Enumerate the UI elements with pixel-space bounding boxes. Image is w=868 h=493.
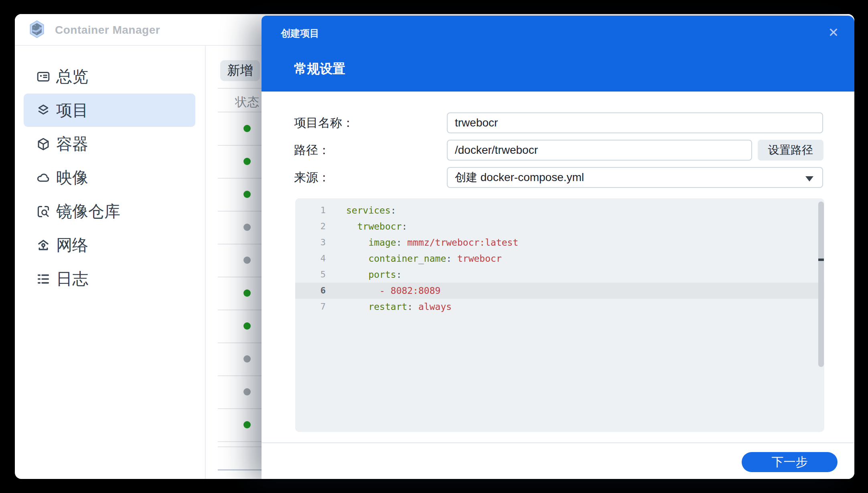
source-label: 来源： bbox=[294, 167, 330, 188]
sidebar-item-container[interactable]: 容器 bbox=[24, 127, 195, 161]
status-dot bbox=[243, 257, 251, 264]
status-dot bbox=[243, 322, 251, 330]
footer-divider bbox=[262, 442, 854, 443]
dialog-title: 创建项目 bbox=[281, 27, 319, 40]
status-dot bbox=[243, 158, 251, 165]
sidebar-item-image[interactable]: 映像 bbox=[24, 161, 195, 194]
code-line: 3 image: mmmz/trwebocr:latest bbox=[295, 234, 824, 251]
line-number: 6 bbox=[295, 283, 333, 299]
next-step-button[interactable]: 下一步 bbox=[742, 452, 838, 472]
projects-icon bbox=[36, 103, 51, 118]
path-label: 路径： bbox=[294, 140, 330, 161]
sidebar-item-label: 总览 bbox=[56, 65, 88, 88]
network-icon bbox=[36, 238, 51, 253]
status-dot bbox=[243, 191, 251, 198]
container-icon bbox=[36, 137, 51, 151]
line-number: 2 bbox=[295, 218, 333, 234]
line-number: 5 bbox=[295, 267, 333, 283]
source-dropdown[interactable]: 创建 docker-compose.yml bbox=[447, 167, 823, 188]
compose-code-editor[interactable]: 1services:2 trwebocr:3 image: mmmz/trweb… bbox=[295, 198, 824, 432]
status-dot bbox=[243, 388, 251, 395]
source-dropdown-value: 创建 docker-compose.yml bbox=[455, 170, 584, 185]
log-icon bbox=[36, 272, 51, 286]
sidebar-item-log[interactable]: 日志 bbox=[24, 262, 195, 295]
image-icon bbox=[36, 171, 51, 185]
line-number: 7 bbox=[295, 299, 333, 315]
screen: Container Manager 总览 项目 bbox=[0, 0, 868, 493]
sidebar-divider bbox=[205, 45, 206, 479]
project-name-field[interactable] bbox=[447, 112, 823, 133]
status-dot bbox=[243, 289, 251, 297]
registry-icon bbox=[36, 204, 51, 219]
sidebar-item-label: 日志 bbox=[56, 268, 88, 290]
close-icon[interactable]: ✕ bbox=[824, 23, 843, 42]
sidebar-item-network[interactable]: 网络 bbox=[24, 228, 195, 262]
path-field[interactable] bbox=[447, 140, 752, 161]
sidebar-item-label: 镜像仓库 bbox=[56, 200, 120, 222]
section-title: 常规设置 bbox=[294, 60, 345, 78]
create-project-dialog: 创建项目 常规设置 ✕ 项目名称： 路径： 设置路径 来源： 创建 docker… bbox=[262, 16, 854, 479]
project-name-label: 项目名称： bbox=[294, 112, 354, 133]
code-lines: 1services:2 trwebocr:3 image: mmmz/trweb… bbox=[295, 202, 824, 315]
code-line: 7 restart: always bbox=[295, 299, 824, 315]
code-line: 4 container_name: trwebocr bbox=[295, 251, 824, 267]
status-dot bbox=[243, 421, 251, 428]
sidebar-item-registry[interactable]: 镜像仓库 bbox=[24, 195, 195, 228]
sidebar-item-label: 映像 bbox=[56, 167, 88, 189]
line-number: 3 bbox=[295, 234, 333, 251]
line-number: 4 bbox=[295, 251, 333, 267]
container-manager-logo-icon bbox=[28, 20, 45, 39]
line-number: 1 bbox=[295, 202, 333, 218]
dialog-header: 创建项目 常规设置 ✕ bbox=[262, 16, 854, 92]
sidebar-item-project[interactable]: 项目 bbox=[24, 94, 195, 127]
add-button[interactable]: 新增 bbox=[220, 60, 260, 81]
editor-scrollbar[interactable] bbox=[818, 202, 824, 367]
code-line: 1services: bbox=[295, 202, 824, 218]
status-dot bbox=[243, 125, 251, 132]
sidebar-item-label: 网络 bbox=[56, 234, 88, 256]
sidebar-item-label: 项目 bbox=[56, 99, 88, 121]
app-title: Container Manager bbox=[55, 14, 160, 45]
code-line: 2 trwebocr: bbox=[295, 218, 824, 234]
overview-icon bbox=[36, 69, 51, 84]
set-path-button[interactable]: 设置路径 bbox=[758, 140, 823, 161]
editor-cursor-marker bbox=[818, 259, 824, 261]
code-line: 6 - 8082:8089 bbox=[295, 283, 824, 299]
chevron-down-icon bbox=[805, 176, 813, 181]
status-dot bbox=[243, 355, 251, 363]
code-line: 5 ports: bbox=[295, 267, 824, 283]
sidebar-item-label: 容器 bbox=[56, 133, 88, 155]
sidebar-item-overview[interactable]: 总览 bbox=[24, 60, 195, 93]
status-dot bbox=[243, 224, 251, 231]
